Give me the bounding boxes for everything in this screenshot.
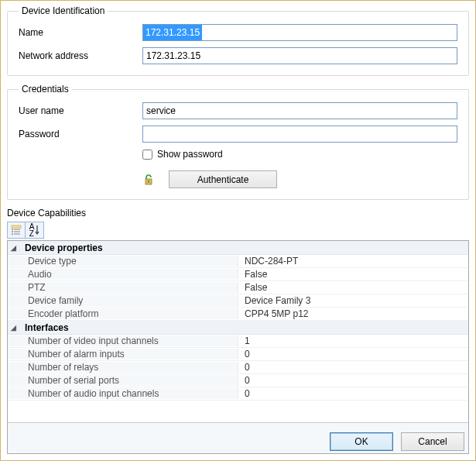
- svg-point-7: [12, 231, 13, 232]
- property-row[interactable]: Number of relays0: [8, 361, 468, 374]
- property-name: Device family: [8, 295, 238, 306]
- property-row[interactable]: Number of alarm inputs0: [8, 348, 468, 361]
- show-password-label: Show password: [157, 149, 223, 160]
- svg-point-6: [12, 229, 13, 230]
- svg-rect-1: [148, 181, 149, 183]
- property-row[interactable]: Number of audio input channels0: [8, 387, 468, 401]
- category-label: Interfaces: [25, 322, 69, 333]
- property-row[interactable]: Encoder platformCPP4 5MP p12: [8, 308, 468, 321]
- authenticate-button[interactable]: Authenticate: [169, 170, 277, 188]
- az-icon: AZ: [29, 223, 35, 237]
- categorized-view-button[interactable]: [7, 222, 26, 239]
- property-row[interactable]: Number of serial ports0: [8, 374, 468, 387]
- property-row[interactable]: Device familyDevice Family 3: [8, 294, 468, 308]
- property-name: Number of relays: [8, 362, 238, 373]
- category-device-properties[interactable]: ◢ Device properties: [8, 241, 468, 255]
- property-value: 0: [238, 375, 468, 386]
- expand-icon: ◢: [11, 244, 20, 252]
- property-value: 0: [238, 388, 468, 399]
- username-input[interactable]: [142, 102, 457, 119]
- expand-icon: ◢: [11, 324, 20, 332]
- password-input[interactable]: [142, 126, 457, 143]
- property-value: 1: [238, 335, 468, 346]
- arrow-down-icon: [35, 225, 39, 236]
- property-name: Number of serial ports: [8, 375, 238, 386]
- property-value: False: [238, 282, 468, 293]
- category-interfaces[interactable]: ◢ Interfaces: [8, 321, 468, 335]
- property-grid: ◢ Device properties Device typeNDC-284-P…: [7, 240, 469, 454]
- username-label: User name: [19, 105, 142, 116]
- property-name: Number of alarm inputs: [8, 349, 238, 360]
- category-label: Device properties: [25, 243, 103, 253]
- property-name: Number of video input channels: [8, 335, 238, 346]
- name-input[interactable]: [142, 24, 457, 41]
- property-value: False: [238, 269, 468, 280]
- property-name: Device type: [8, 256, 238, 267]
- ok-button[interactable]: OK: [330, 432, 393, 451]
- property-grid-spacer: [8, 401, 468, 422]
- device-identification-legend: Device Identification: [19, 5, 108, 16]
- property-row[interactable]: Number of video input channels1: [8, 335, 468, 348]
- property-name: Number of audio input channels: [8, 388, 238, 399]
- property-value: Device Family 3: [238, 295, 468, 306]
- name-label: Name: [19, 27, 142, 38]
- property-row[interactable]: AudioFalse: [8, 268, 468, 281]
- network-address-label: Network address: [19, 50, 142, 61]
- device-identification-group: Device Identification Name 172.31.23.15 …: [7, 5, 469, 76]
- credentials-legend: Credentials: [19, 84, 72, 95]
- categorized-icon: [11, 225, 22, 236]
- property-value: CPP4 5MP p12: [238, 308, 468, 319]
- alphabetical-view-button[interactable]: AZ: [26, 222, 44, 239]
- property-value: 0: [238, 349, 468, 360]
- property-name: Encoder platform: [8, 308, 238, 319]
- credentials-group: Credentials User name Password Show pass…: [7, 84, 469, 200]
- unlock-icon: [142, 174, 155, 186]
- property-name: PTZ: [8, 282, 238, 293]
- cancel-button[interactable]: Cancel: [401, 432, 464, 451]
- device-capabilities-title: Device Capabilities: [7, 208, 469, 218]
- property-row[interactable]: Device typeNDC-284-PT: [8, 255, 468, 268]
- property-name: Audio: [8, 269, 238, 280]
- svg-rect-2: [12, 225, 21, 228]
- show-password-checkbox[interactable]: [142, 150, 152, 160]
- property-value: 0: [238, 362, 468, 373]
- password-label: Password: [19, 129, 142, 139]
- network-address-input[interactable]: [142, 47, 457, 64]
- svg-point-8: [12, 233, 13, 235]
- property-row[interactable]: PTZFalse: [8, 281, 468, 294]
- property-value: NDC-284-PT: [238, 256, 468, 267]
